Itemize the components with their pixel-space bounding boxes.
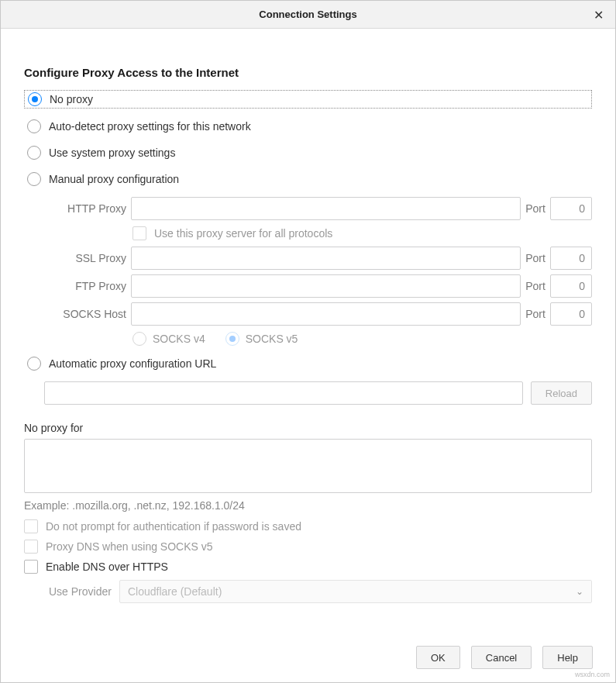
radio-icon — [28, 92, 42, 106]
socks-v5-label: SOCKS v5 — [246, 333, 298, 345]
proxy-dns-label: Proxy DNS when using SOCKS v5 — [46, 540, 213, 553]
radio-dot-icon — [32, 96, 38, 102]
cancel-button[interactable]: Cancel — [471, 646, 532, 669]
section-heading: Configure Proxy Access to the Internet — [24, 66, 592, 79]
ssl-proxy-label: SSL Proxy — [44, 252, 131, 264]
radio-auto-url[interactable]: Automatic proxy configuration URL — [24, 355, 592, 372]
checkbox-icon — [24, 519, 38, 533]
ftp-port-label: Port — [521, 280, 550, 292]
no-prompt-auth-row[interactable]: Do not prompt for authentication if pass… — [24, 519, 592, 533]
help-button[interactable]: Help — [542, 646, 593, 669]
proxy-dns-row[interactable]: Proxy DNS when using SOCKS v5 — [24, 540, 592, 554]
provider-label: Use Provider — [49, 585, 112, 598]
socks-v4-label: SOCKS v4 — [153, 333, 205, 345]
enable-doh-label: Enable DNS over HTTPS — [46, 561, 168, 573]
use-for-all-label: Use this proxy server for all protocols — [154, 227, 332, 240]
checkbox-icon — [24, 560, 38, 574]
manual-section: HTTP Proxy Port Use this proxy server fo… — [24, 197, 592, 346]
radio-label: Automatic proxy configuration URL — [49, 357, 216, 370]
radio-label: No proxy — [50, 93, 93, 105]
auto-url-input[interactable] — [44, 381, 523, 405]
auto-url-row: Reload — [24, 381, 592, 405]
provider-select[interactable]: Cloudflare (Default) ⌄ — [119, 580, 592, 603]
radio-icon — [27, 119, 41, 133]
no-proxy-for-input[interactable] — [24, 439, 592, 493]
dialog-button-bar: OK Cancel Help — [416, 646, 593, 669]
reload-button[interactable]: Reload — [531, 381, 592, 405]
radio-label: Use system proxy settings — [49, 147, 175, 159]
titlebar: Connection Settings ✕ — [1, 1, 615, 29]
socks-host-label: SOCKS Host — [44, 308, 131, 320]
radio-label: Manual proxy configuration — [49, 173, 179, 185]
ok-button[interactable]: OK — [416, 646, 460, 669]
radio-icon[interactable] — [225, 332, 239, 346]
socks-version-row: SOCKS v4 SOCKS v5 — [44, 332, 592, 346]
provider-row: Use Provider Cloudflare (Default) ⌄ — [24, 580, 592, 603]
radio-system-proxy[interactable]: Use system proxy settings — [24, 144, 592, 161]
close-icon: ✕ — [594, 8, 604, 22]
ftp-proxy-label: FTP Proxy — [44, 280, 131, 292]
http-port-label: Port — [521, 202, 550, 215]
titlebar-text: Connection Settings — [259, 9, 356, 20]
ftp-port-input[interactable] — [550, 274, 592, 298]
radio-no-proxy[interactable]: No proxy — [24, 90, 592, 109]
radio-icon — [27, 146, 41, 160]
ftp-proxy-input[interactable] — [131, 274, 521, 298]
enable-doh-row[interactable]: Enable DNS over HTTPS — [24, 560, 592, 574]
radio-icon — [27, 357, 41, 371]
http-proxy-row: HTTP Proxy Port — [44, 197, 592, 220]
radio-icon[interactable] — [132, 332, 146, 346]
content-area: Configure Proxy Access to the Internet N… — [1, 29, 615, 612]
no-prompt-auth-label: Do not prompt for authentication if pass… — [46, 520, 301, 533]
use-for-all-row[interactable]: Use this proxy server for all protocols — [44, 226, 592, 240]
radio-label: Auto-detect proxy settings for this netw… — [49, 120, 251, 133]
socks-host-row: SOCKS Host Port — [44, 302, 592, 326]
radio-manual-proxy[interactable]: Manual proxy configuration — [24, 171, 592, 188]
radio-icon — [27, 172, 41, 186]
no-proxy-for-label: No proxy for — [24, 422, 592, 434]
ssl-proxy-input[interactable] — [131, 247, 521, 270]
checkbox-icon — [24, 540, 38, 554]
radio-dot-icon — [229, 336, 236, 342]
http-proxy-label: HTTP Proxy — [44, 202, 131, 215]
ssl-port-input[interactable] — [550, 247, 592, 270]
close-button[interactable]: ✕ — [581, 1, 615, 29]
http-proxy-input[interactable] — [131, 197, 521, 220]
socks-port-input[interactable] — [550, 302, 592, 326]
socks-port-label: Port — [521, 308, 550, 320]
chevron-down-icon: ⌄ — [576, 586, 583, 597]
radio-auto-detect[interactable]: Auto-detect proxy settings for this netw… — [24, 118, 592, 135]
socks-host-input[interactable] — [131, 302, 521, 326]
http-port-input[interactable] — [550, 197, 592, 220]
ssl-proxy-row: SSL Proxy Port — [44, 247, 592, 270]
ssl-port-label: Port — [521, 252, 550, 264]
ftp-proxy-row: FTP Proxy Port — [44, 274, 592, 298]
provider-value: Cloudflare (Default) — [128, 585, 222, 598]
checkbox-icon — [132, 226, 146, 240]
no-proxy-for-example: Example: .mozilla.org, .net.nz, 192.168.… — [24, 499, 592, 512]
watermark-text: wsxdn.com — [575, 671, 610, 678]
